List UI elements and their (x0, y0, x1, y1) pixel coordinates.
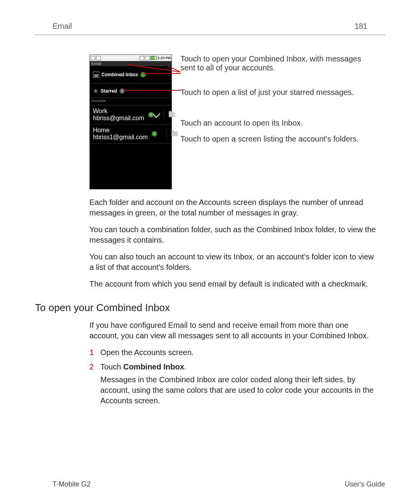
status-signal-icon (145, 56, 150, 60)
callout-account-folders: Touch to open a screen listing the accou… (180, 135, 373, 144)
status-3g-icon (140, 56, 144, 60)
status-mail-icon (96, 56, 101, 60)
account-row-work[interactable]: Work hbriss@gmail.com 5 (90, 105, 172, 124)
accounts-header: Accounts (90, 98, 172, 105)
callout-combined-inbox: Touch to open your Combined Inbox, with … (180, 54, 373, 72)
default-check-icon (152, 110, 160, 118)
phone-screenshot: 1:23 PM Email Combined Inbox 7 Starred 8 (89, 54, 172, 189)
status-notif-icon (91, 56, 95, 60)
star-icon (93, 88, 98, 94)
body-p4: The account from which you send email by… (89, 279, 377, 289)
account-badge: 5 (148, 112, 154, 117)
inbox-icon (93, 72, 99, 78)
footer-right: User's Guide (345, 480, 385, 488)
account-name: Work (93, 108, 144, 115)
step-1: Open the Accounts screen. (89, 347, 377, 358)
body-p3: You can also touch an account to view it… (89, 252, 377, 273)
header-rule (35, 35, 385, 35)
folder-icon[interactable] (169, 112, 175, 117)
callout-starred: Touch to open a list of just your starre… (180, 88, 373, 97)
row-starred[interactable]: Starred 8 (90, 84, 172, 98)
status-time: 1:23 PM (158, 56, 171, 60)
account-row-home[interactable]: Home hbriss1@gmail.com 3 (90, 124, 172, 144)
account-email: hbriss1@gmail.com (93, 134, 148, 141)
header-section: Email (52, 22, 72, 31)
battery-icon (150, 56, 157, 60)
footer-left: T-Mobile G2 (52, 480, 91, 488)
body-p2: You can touch a combination folder, such… (89, 224, 377, 245)
combined-inbox-label: Combined Inbox (102, 72, 138, 77)
starred-badge: 8 (119, 88, 125, 94)
page-number: 181 (355, 22, 368, 31)
body-p5: If you have configured Email to send and… (89, 320, 377, 341)
account-email: hbriss@gmail.com (93, 115, 144, 122)
account-badge: 3 (152, 131, 157, 136)
body-p1: Each folder and account on the Accounts … (89, 197, 377, 218)
starred-label: Starred (101, 88, 117, 94)
folder-icon[interactable] (172, 131, 178, 136)
callout-account-inbox: Touch an account to open its Inbox. (180, 119, 385, 128)
body-p6: Messages in the Combined Inbox are color… (100, 374, 377, 406)
account-name: Home (93, 127, 148, 134)
section-heading: To open your Combined Inbox (35, 301, 377, 315)
step-2: Touch Combined Inbox. Messages in the Co… (89, 362, 377, 406)
